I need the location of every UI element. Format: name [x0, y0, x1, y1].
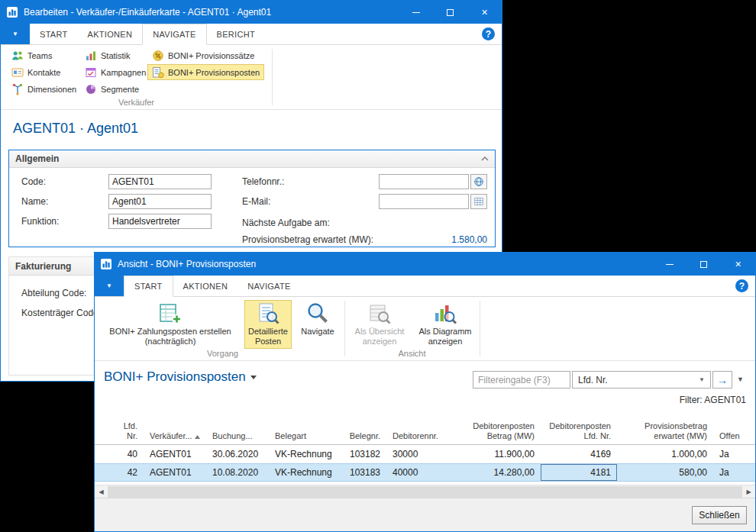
ribbon-group-label: Verkäufer [1, 98, 272, 107]
code-field[interactable] [108, 174, 212, 189]
telefon-field[interactable] [379, 174, 469, 189]
column-header-belegart[interactable]: Belegart [269, 431, 339, 444]
cell-belegart[interactable]: VK-Rechnung [269, 464, 339, 481]
ribbon-group-ansicht: Ansicht [344, 349, 480, 358]
table-row[interactable]: 40 AGENT01 30.06.2020 VK-Rechnung 103182… [95, 445, 755, 463]
ribbon-button-navigate[interactable]: Navigate [296, 300, 340, 349]
ribbon-button-detaillierte-posten[interactable]: Detaillierte Posten [244, 300, 292, 349]
tab-start[interactable]: START [124, 276, 173, 297]
app-menu-button[interactable]: ▼ [95, 276, 124, 296]
ribbon-button-als-uebersicht-anzeigen: Als Übersicht anzeigen [348, 300, 411, 349]
cell-debitorennr[interactable]: 40000 [386, 464, 457, 481]
collapse-icon[interactable] [481, 156, 489, 161]
cell-lfd-nr[interactable]: 42 [98, 464, 144, 481]
app-menu-button[interactable]: ▼ [1, 24, 30, 44]
cell-buchung[interactable]: 10.08.2020 [206, 464, 269, 481]
cell-provisionsbetrag[interactable]: 580,00 [617, 464, 713, 481]
horizontal-scrollbar[interactable]: ◀ ▶ [95, 485, 755, 498]
cell-provisionsbetrag[interactable]: 1.000,00 [617, 445, 713, 463]
go-arrow-icon: → [717, 374, 728, 386]
cell-offen[interactable]: Ja [713, 445, 750, 463]
ribbon-item-segmente[interactable]: Segmente [80, 81, 150, 97]
titlebar: Ansicht - BONI+ Provisionsposten × [95, 253, 755, 276]
cell-verkaeufer[interactable]: AGENT01 [144, 464, 206, 481]
cell-debitorennr[interactable]: 30000 [386, 445, 457, 463]
tab-navigate[interactable]: NAVIGATE [237, 276, 300, 296]
page-title[interactable]: BONI+ Provisionsposten [104, 369, 257, 385]
ribbon-item-kontakte[interactable]: Kontakte [7, 64, 81, 80]
ribbon-button-als-diagramm-anzeigen[interactable]: Als Diagramm anzeigen [414, 300, 477, 349]
tab-start[interactable]: START [30, 24, 78, 44]
cell-belegnr[interactable]: 103182 [339, 445, 386, 463]
chevron-down-icon: ▼ [12, 31, 18, 37]
window-title: Bearbeiten - Verkäufer-/Einkäuferkarte -… [24, 7, 271, 18]
help-icon[interactable]: ? [735, 279, 748, 292]
minimize-button[interactable] [652, 253, 687, 276]
tab-aktionen[interactable]: AKTIONEN [78, 24, 143, 44]
apply-filter-button[interactable]: → [712, 371, 732, 389]
cell-betrag[interactable]: 11.900,00 [457, 445, 541, 463]
tab-navigate[interactable]: NAVIGATE [142, 24, 206, 45]
column-header-debitorennr[interactable]: Debitorennr. [386, 431, 457, 444]
ribbon: BONI+ Zahlungsposten erstellen (nachträg… [95, 297, 755, 361]
close-button[interactable]: × [467, 1, 502, 24]
tab-aktionen[interactable]: AKTIONEN [173, 276, 238, 296]
phone-dial-button[interactable] [470, 174, 487, 189]
ribbon-item-boni-provisionssaetze[interactable]: BONI+ Provisionssätze [147, 47, 264, 63]
maximize-button[interactable] [687, 253, 721, 276]
minimize-button[interactable] [399, 1, 433, 24]
cell-belegnr[interactable]: 103183 [339, 464, 386, 481]
help-icon[interactable]: ? [482, 27, 495, 40]
cell-verkaeufer[interactable]: AGENT01 [144, 445, 206, 463]
column-header-debitorenposten-lfd-nr[interactable]: Debitorenposten Lfd. Nr. [541, 421, 617, 444]
cell-debitorenposten-lfd-nr[interactable]: 4169 [541, 445, 617, 463]
close-button[interactable]: × [721, 253, 755, 276]
email-label: E-Mail: [242, 196, 270, 207]
titlebar: Bearbeiten - Verkäufer-/Einkäuferkarte -… [1, 1, 502, 24]
cell-buchung[interactable]: 30.06.2020 [206, 445, 269, 463]
scrollbar-thumb[interactable] [108, 486, 742, 498]
funktion-label: Funktion: [21, 216, 59, 227]
ribbon-item-statistik[interactable]: Statistik [80, 47, 150, 63]
cell-belegart[interactable]: VK-Rechnung [269, 445, 339, 463]
column-header-verkaeufer[interactable]: Verkäufer... [144, 431, 206, 444]
abteilung-code-label: Abteilung Code: [21, 288, 86, 298]
ribbon-button-create-payment-entries[interactable]: BONI+ Zahlungsposten erstellen (nachträg… [101, 300, 240, 349]
column-header-provisionsbetrag[interactable]: Provisionsbetrag erwartet (MW) [617, 421, 713, 444]
scroll-right-icon[interactable]: ▶ [742, 485, 755, 498]
column-header-offen[interactable]: Offen [713, 431, 750, 444]
minimize-icon [666, 264, 674, 265]
ribbon-button-label: Navigate [301, 327, 334, 337]
ribbon-item-kampagnen[interactable]: Kampagnen [80, 64, 150, 80]
fasttab-allgemein-header[interactable]: Allgemein [9, 150, 495, 168]
name-field[interactable] [108, 194, 212, 209]
cell-betrag[interactable]: 14.280,00 [457, 464, 541, 481]
fasttab-label: Fakturierung [15, 261, 71, 272]
filter-pane-chevron-icon[interactable]: ▼ [737, 376, 744, 383]
ribbon-item-teams[interactable]: Teams [7, 47, 81, 63]
column-header-buchung[interactable]: Buchung... [206, 431, 269, 444]
column-header-lfd-nr[interactable]: Lfd. Nr. [98, 421, 144, 444]
cell-debitorenposten-lfd-nr-focused[interactable]: 4181 [541, 464, 617, 481]
close-dialog-button[interactable]: Schließen [692, 506, 747, 524]
applied-filter-label: Filter: AGENT01 [680, 395, 746, 405]
funktion-field[interactable] [108, 214, 212, 229]
table-row-selected[interactable]: 42 AGENT01 10.08.2020 VK-Rechnung 103183… [95, 463, 755, 482]
ribbon-item-dimensionen[interactable]: Dimensionen [7, 81, 81, 97]
code-label: Code: [21, 176, 46, 187]
column-header-belegnr[interactable]: Belegnr. [339, 431, 386, 444]
maximize-button[interactable] [433, 1, 467, 24]
cell-lfd-nr[interactable]: 40 [98, 445, 144, 463]
filter-field-dropdown[interactable]: Lfd. Nr. ▼ [572, 371, 711, 389]
column-header-debitorenposten-betrag[interactable]: Debitorenposten Betrag (MW) [457, 421, 541, 444]
ribbon-item-label: Teams [27, 51, 52, 60]
detailed-entries-icon [256, 301, 280, 326]
ribbon-item-boni-provisionsposten[interactable]: BONI+ Provisionsposten [147, 64, 264, 80]
email-field[interactable] [379, 194, 469, 209]
cell-offen[interactable]: Ja [713, 464, 750, 481]
email-assist-button[interactable] [470, 194, 487, 209]
scroll-left-icon[interactable]: ◀ [95, 485, 108, 498]
tab-bericht[interactable]: BERICHT [207, 24, 265, 44]
provisionsbetrag-value[interactable]: 1.580,00 [380, 234, 487, 245]
filter-input[interactable] [473, 371, 570, 389]
